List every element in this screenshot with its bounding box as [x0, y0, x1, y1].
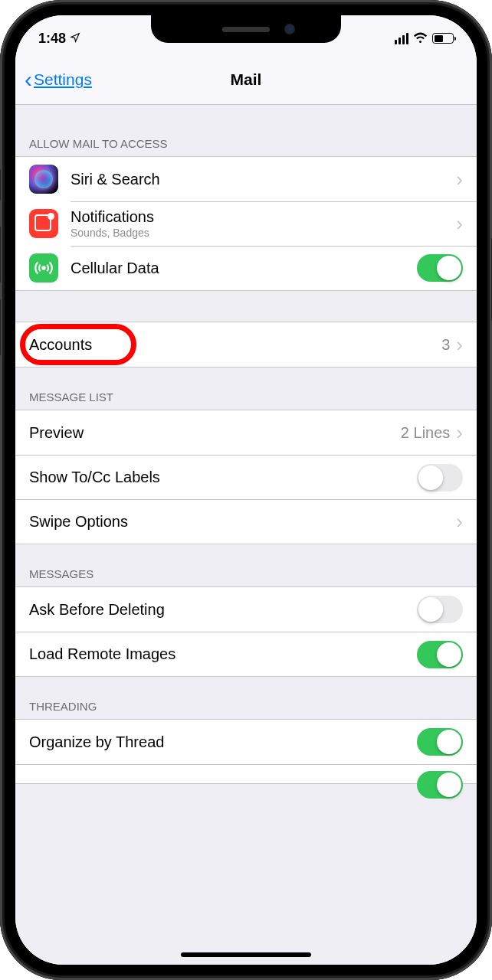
- cell-organize-thread[interactable]: Organize by Thread: [15, 720, 477, 764]
- chevron-right-icon: ›: [456, 333, 463, 357]
- show-tocc-toggle[interactable]: [417, 464, 463, 492]
- page-title: Mail: [231, 70, 262, 89]
- volume-down-button: [0, 299, 1, 356]
- battery-icon: [432, 33, 454, 44]
- cell-siri-search[interactable]: Siri & Search ›: [15, 157, 477, 201]
- cell-ask-delete[interactable]: Ask Before Deleting: [15, 587, 477, 632]
- cellular-toggle[interactable]: [417, 254, 463, 282]
- phone-frame: 1:48 ‹ Settings Mail ALLOW MAIL TO ACC: [0, 0, 492, 980]
- wifi-icon: [413, 31, 428, 47]
- cell-show-tocc[interactable]: Show To/Cc Labels: [15, 455, 477, 499]
- svg-point-0: [42, 266, 44, 269]
- speaker-grille: [222, 27, 270, 32]
- partial-toggle[interactable]: [417, 771, 463, 799]
- load-remote-toggle[interactable]: [417, 641, 463, 668]
- cell-subtitle: Sounds, Badges: [71, 227, 456, 239]
- location-icon: [70, 32, 80, 45]
- section-header-messages: MESSAGES: [15, 544, 477, 586]
- cell-title: Siri & Search: [71, 171, 456, 188]
- cellular-icon: [29, 253, 58, 283]
- cell-load-remote[interactable]: Load Remote Images: [15, 632, 477, 676]
- cell-title: Cellular Data: [71, 260, 417, 277]
- section-header-access: ALLOW MAIL TO ACCESS: [15, 105, 477, 156]
- cell-partial-next[interactable]: [15, 764, 477, 783]
- cell-title: Preview: [29, 424, 401, 442]
- chevron-right-icon: ›: [456, 168, 463, 191]
- ask-delete-toggle[interactable]: [417, 596, 463, 623]
- preview-detail: 2 Lines: [401, 424, 451, 442]
- cell-title: Notifications: [71, 208, 456, 226]
- cell-notifications[interactable]: Notifications Sounds, Badges ›: [15, 201, 477, 246]
- nav-bar: ‹ Settings Mail: [15, 55, 477, 105]
- section-header-message-list: MESSAGE LIST: [15, 368, 477, 410]
- cell-title: Load Remote Images: [29, 645, 417, 663]
- organize-thread-toggle[interactable]: [417, 728, 463, 756]
- chevron-right-icon: ›: [456, 421, 463, 445]
- signal-icon: [395, 33, 409, 44]
- cell-title: Organize by Thread: [29, 733, 417, 751]
- section-header-threading: THREADING: [15, 677, 477, 719]
- chevron-right-icon: ›: [456, 510, 463, 534]
- content-scroll[interactable]: ALLOW MAIL TO ACCESS Siri & Search › Not…: [15, 105, 477, 965]
- chevron-right-icon: ›: [456, 212, 463, 236]
- back-label: Settings: [34, 70, 92, 89]
- front-camera: [284, 24, 295, 34]
- mute-switch: [0, 168, 1, 201]
- screen: 1:48 ‹ Settings Mail ALLOW MAIL TO ACC: [15, 15, 477, 965]
- back-button[interactable]: ‹ Settings: [25, 67, 92, 93]
- cell-preview[interactable]: Preview 2 Lines ›: [15, 410, 477, 455]
- notifications-icon: [29, 209, 58, 238]
- volume-up-button: [0, 226, 1, 283]
- accounts-count: 3: [441, 336, 450, 354]
- home-indicator[interactable]: [181, 952, 311, 957]
- siri-icon: [29, 165, 58, 194]
- notch: [151, 15, 341, 43]
- chevron-left-icon: ‹: [25, 67, 32, 93]
- cell-cellular-data[interactable]: Cellular Data: [15, 246, 477, 290]
- cell-swipe-options[interactable]: Swipe Options ›: [15, 499, 477, 544]
- cell-title: Accounts: [29, 336, 441, 354]
- cell-title: Ask Before Deleting: [29, 601, 417, 619]
- cell-title: Swipe Options: [29, 513, 456, 531]
- status-time: 1:48: [38, 31, 66, 47]
- cell-title: Show To/Cc Labels: [29, 469, 417, 486]
- cell-accounts[interactable]: Accounts 3 ›: [15, 322, 477, 367]
